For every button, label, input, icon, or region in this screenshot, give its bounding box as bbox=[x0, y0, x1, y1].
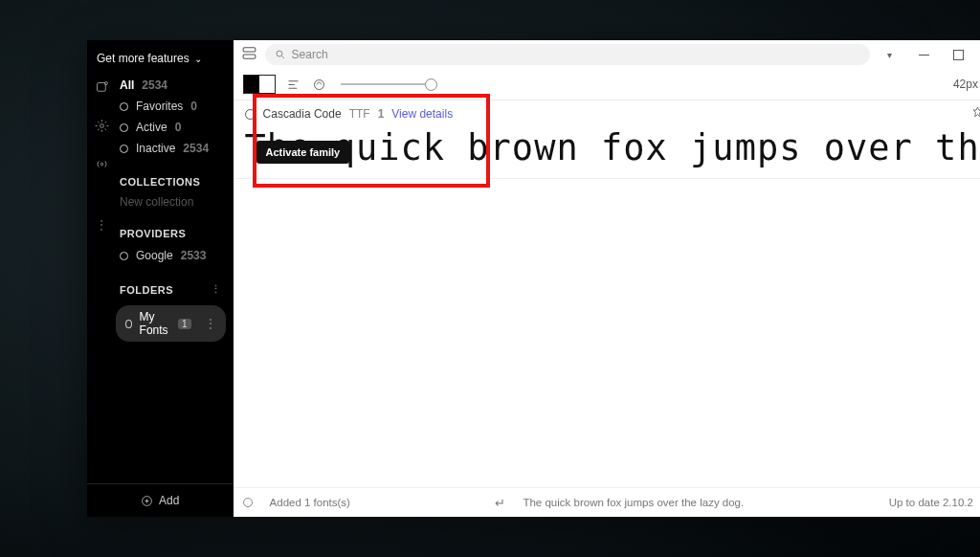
minimize-button[interactable] bbox=[916, 46, 933, 63]
sidebar-item-google[interactable]: Google 2533 bbox=[116, 245, 226, 266]
search-placeholder: Search bbox=[292, 48, 328, 61]
svg-point-2 bbox=[100, 124, 103, 128]
svg-point-14 bbox=[314, 79, 323, 89]
svg-rect-0 bbox=[97, 83, 105, 92]
myfonts-label: My Fonts bbox=[140, 310, 170, 337]
more-icon[interactable]: ⋮ bbox=[96, 218, 107, 232]
status-circle-icon bbox=[243, 498, 253, 507]
broadcast-icon[interactable] bbox=[95, 157, 109, 174]
favorites-count: 0 bbox=[190, 100, 197, 113]
pin-icon[interactable] bbox=[971, 106, 980, 122]
sidebar-item-active[interactable]: Active 0 bbox=[116, 117, 226, 138]
folders-more-icon[interactable]: ⋮ bbox=[211, 283, 226, 296]
status-circle-icon bbox=[125, 320, 132, 328]
google-label: Google bbox=[136, 249, 173, 262]
svg-rect-7 bbox=[243, 47, 256, 51]
font-family-row: Cascadia Code TTF 1 View details Activat… bbox=[234, 100, 980, 179]
sidebar-rail: ⋮ bbox=[87, 75, 116, 483]
preview-toolbar: 42px bbox=[234, 69, 980, 100]
add-button[interactable]: Add bbox=[87, 483, 234, 517]
svg-point-3 bbox=[100, 163, 103, 166]
status-added: Added 1 fonts(s) bbox=[270, 497, 350, 508]
chevron-down-icon: ⌄ bbox=[194, 54, 202, 64]
status-circle-icon bbox=[120, 145, 128, 153]
inactive-count: 2534 bbox=[183, 142, 209, 155]
main-panel: Search ▾ ✕ 42px Cascadia Code bbox=[234, 40, 980, 517]
sidebar-item-favorites[interactable]: Favorites 0 bbox=[116, 96, 226, 117]
titlebar: Search ▾ ✕ bbox=[234, 40, 980, 69]
sidebar-item-inactive[interactable]: Inactive 2534 bbox=[116, 138, 226, 159]
collections-header: COLLECTIONS bbox=[116, 159, 226, 193]
font-variant-count: 1 bbox=[378, 107, 385, 121]
favorites-label: Favorites bbox=[136, 100, 183, 113]
inactive-label: Inactive bbox=[136, 142, 175, 155]
providers-header: PROVIDERS bbox=[116, 211, 226, 245]
color-swatch-toggle[interactable] bbox=[243, 75, 276, 94]
new-collection-button[interactable]: New collection bbox=[116, 193, 226, 211]
status-circle-icon bbox=[120, 123, 128, 132]
search-icon bbox=[275, 49, 286, 60]
svg-rect-8 bbox=[243, 54, 256, 57]
get-more-features-label: Get more features bbox=[97, 52, 189, 65]
google-count: 2533 bbox=[181, 249, 207, 262]
cube-icon[interactable] bbox=[95, 80, 109, 98]
align-icon[interactable] bbox=[285, 77, 301, 93]
app-window: Get more features ⌄ ⋮ All 2534 Favorites… bbox=[87, 40, 893, 517]
font-preview-text[interactable]: The quick brown fox jumps over the bbox=[245, 122, 980, 168]
sidebar: Get more features ⌄ ⋮ All 2534 Favorites… bbox=[87, 40, 234, 517]
search-input[interactable]: Search bbox=[265, 44, 870, 65]
maximize-button[interactable] bbox=[950, 46, 968, 63]
get-more-features-button[interactable]: Get more features ⌄ bbox=[87, 40, 234, 75]
gear-icon[interactable] bbox=[95, 119, 109, 136]
slider-handle-icon[interactable] bbox=[425, 78, 437, 91]
folder-more-icon[interactable]: ⋮ bbox=[205, 317, 216, 330]
dropdown-icon[interactable]: ▾ bbox=[881, 46, 899, 63]
myfonts-count: 1 bbox=[178, 319, 191, 329]
font-list: Cascadia Code TTF 1 View details Activat… bbox=[234, 100, 980, 487]
font-size-value: 42px bbox=[953, 78, 978, 91]
font-format: TTF bbox=[349, 107, 370, 121]
add-label: Add bbox=[159, 494, 179, 507]
active-count: 0 bbox=[175, 121, 182, 134]
ligature-icon[interactable] bbox=[311, 77, 327, 93]
enter-icon: ↵ bbox=[495, 496, 505, 510]
font-name: Cascadia Code bbox=[263, 107, 342, 121]
status-preview-text[interactable]: The quick brown fox jumps over the lazy … bbox=[523, 497, 744, 508]
svg-point-9 bbox=[277, 51, 282, 56]
status-circle-icon bbox=[120, 252, 128, 260]
svg-line-10 bbox=[281, 56, 284, 59]
activate-family-toggle[interactable] bbox=[245, 109, 256, 120]
layout-toggle-icon[interactable] bbox=[241, 45, 257, 65]
all-count: 2534 bbox=[142, 78, 167, 92]
activate-family-tooltip: Activate family bbox=[256, 141, 350, 164]
plus-circle-icon bbox=[141, 495, 153, 507]
statusbar: Added 1 fonts(s) ↵ The quick brown fox j… bbox=[234, 487, 980, 517]
folders-header: FOLDERS ⋮ bbox=[116, 266, 226, 301]
sidebar-item-my-fonts[interactable]: My Fonts 1 ⋮ bbox=[116, 305, 226, 342]
sidebar-item-all[interactable]: All 2534 bbox=[116, 75, 226, 96]
all-label: All bbox=[120, 78, 134, 92]
status-version: Up to date 2.10.2 bbox=[889, 497, 973, 508]
size-slider[interactable] bbox=[341, 83, 432, 85]
status-circle-icon bbox=[120, 102, 128, 111]
view-details-link[interactable]: View details bbox=[391, 107, 453, 121]
active-label: Active bbox=[136, 121, 167, 134]
svg-point-1 bbox=[104, 82, 107, 85]
